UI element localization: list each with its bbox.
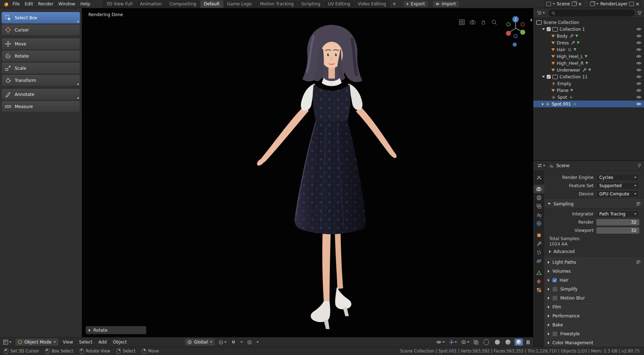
visibility-eye-icon[interactable] <box>636 28 641 31</box>
collection-checkbox[interactable] <box>547 75 551 79</box>
section-film[interactable]: Film <box>544 302 644 311</box>
properties-tab-object[interactable] <box>533 231 544 239</box>
navigation-gizmo[interactable]: Z <box>504 15 527 39</box>
section-freestyle[interactable]: Freestyle <box>544 329 644 338</box>
add-menu[interactable]: Add <box>97 340 108 345</box>
tool-annotate[interactable]: Annotate <box>1 88 80 100</box>
visibility-eye-icon[interactable] <box>636 102 641 106</box>
visibility-eye-icon[interactable] <box>636 82 641 85</box>
menu-window[interactable]: Window <box>56 0 78 8</box>
tool-measure[interactable]: Measure <box>1 101 80 112</box>
expand-arrow-icon[interactable] <box>542 28 545 30</box>
outliner-row-scene-collection[interactable]: Scene Collection <box>533 19 644 26</box>
section-hair[interactable]: Hair <box>544 276 644 285</box>
workspace-tab-scripting[interactable]: Scripting <box>298 0 324 8</box>
collection-checkbox[interactable] <box>547 27 551 31</box>
motion-blur-checkbox[interactable] <box>552 296 557 301</box>
render-samples-field[interactable]: 32 <box>596 219 639 225</box>
properties-tab-modifiers[interactable] <box>533 239 544 248</box>
editor-type-button[interactable] <box>2 339 13 346</box>
hair-checkbox[interactable] <box>552 278 557 282</box>
gizmo-x-axis[interactable] <box>506 31 511 36</box>
snap-target-selector[interactable] <box>239 339 244 346</box>
workspace-tab-video-editing[interactable]: Video Editing <box>354 0 390 8</box>
workspace-tab-motion-tracking[interactable]: Motion Tracking <box>256 0 297 8</box>
workspace-tab-animation[interactable]: Animation <box>136 0 165 8</box>
properties-tab-world[interactable] <box>533 219 544 228</box>
mode-selector[interactable]: Object Mode <box>15 338 59 346</box>
pause-render-button[interactable] <box>525 340 531 344</box>
new-scene-icon[interactable] <box>572 2 576 6</box>
outliner-row-underwear[interactable]: Underwear <box>533 67 644 73</box>
filter-funnel-icon[interactable] <box>637 11 642 15</box>
gizmo-x-neg-axis[interactable] <box>521 23 525 26</box>
section-volumes[interactable]: Volumes <box>544 267 644 276</box>
workspace-tab-compositing[interactable]: Compositing <box>166 0 200 8</box>
gizmo-y-neg-axis[interactable] <box>507 23 510 26</box>
presets-menu-icon[interactable] <box>636 260 641 264</box>
section-motion-blur[interactable]: Motion Blur <box>544 293 644 302</box>
properties-editor-type-button[interactable] <box>536 162 546 169</box>
section-light-paths[interactable]: Light Paths <box>544 258 644 267</box>
shading-material-button[interactable] <box>504 339 512 346</box>
outliner-row-plane[interactable]: Plane <box>533 87 644 94</box>
shading-wireframe-button[interactable] <box>482 338 491 346</box>
outliner-search-input[interactable] <box>557 10 632 16</box>
integrator-dropdown[interactable]: Path Tracing <box>596 210 639 218</box>
section-simplify[interactable]: Simplify <box>544 285 644 293</box>
camera-view-icon[interactable] <box>469 19 476 25</box>
tool-transform[interactable]: Transform <box>1 74 80 86</box>
outliner-row-collection-11[interactable]: Collection 11 <box>533 73 644 80</box>
blender-logo[interactable] <box>1 1 10 7</box>
visibility-eye-icon[interactable] <box>636 68 641 72</box>
outliner-row-high-heel-r[interactable]: High_Heel_R <box>533 60 644 67</box>
visibility-eye-icon[interactable] <box>636 34 641 38</box>
tool-scale[interactable]: Scale <box>1 62 80 74</box>
workspace-tab-default[interactable]: Default <box>200 0 223 8</box>
3d-viewport-canvas[interactable]: Rendering Done <box>82 8 533 337</box>
advanced-subpanel[interactable]: Advanced <box>544 248 644 256</box>
import-button[interactable]: Import <box>433 0 459 8</box>
visibility-eye-icon[interactable] <box>636 89 641 92</box>
section-color-management[interactable]: Color Management <box>544 338 644 347</box>
show-gizmo-toggle[interactable] <box>448 339 458 346</box>
outliner-row-collection-1[interactable]: Collection 1 <box>533 26 644 33</box>
visibility-dropdown[interactable] <box>435 339 446 346</box>
properties-tab-object-data[interactable] <box>533 268 544 277</box>
properties-tab-scene[interactable] <box>533 210 544 219</box>
properties-tab-physics[interactable] <box>533 257 544 265</box>
visibility-eye-icon[interactable] <box>636 96 641 99</box>
gizmo-z-neg-axis[interactable] <box>514 35 517 38</box>
visibility-eye-icon[interactable] <box>636 55 641 58</box>
zoom-magnifier-icon[interactable] <box>491 19 497 25</box>
unlink-scene-icon[interactable] <box>578 3 581 6</box>
menu-file[interactable]: File <box>10 0 22 8</box>
pin-icon[interactable] <box>637 163 641 168</box>
orientation-selector[interactable]: Global <box>185 338 215 346</box>
outliner-row-hair[interactable]: Hair <box>533 46 644 53</box>
remove-renderlayer-icon[interactable] <box>636 3 639 6</box>
viewport-samples-field[interactable]: 32 <box>596 227 639 234</box>
new-renderlayer-icon[interactable] <box>629 2 634 6</box>
tool-move[interactable]: Move <box>1 38 80 50</box>
pivot-point-selector[interactable] <box>218 339 228 346</box>
menu-edit[interactable]: Edit <box>22 0 35 8</box>
xray-toggle[interactable] <box>473 339 479 346</box>
freestyle-checkbox[interactable] <box>552 331 557 336</box>
properties-tab-output[interactable] <box>533 193 544 202</box>
gizmo-y-axis[interactable] <box>520 30 525 35</box>
simplify-checkbox[interactable] <box>552 287 557 292</box>
outliner-row-spot-001[interactable]: Spot.001 <box>533 101 644 107</box>
snap-toggle[interactable] <box>230 339 237 346</box>
visibility-eye-icon[interactable] <box>636 62 641 65</box>
section-sampling[interactable]: Sampling <box>544 199 644 208</box>
sidebar-collapse-arrow-icon[interactable] <box>530 18 532 22</box>
outliner-row-spot[interactable]: Spot <box>533 94 644 101</box>
workspace-tab-game-logic[interactable]: Game Logic <box>224 0 256 8</box>
grid-snap-icon[interactable] <box>459 19 465 25</box>
renderlayer-selector[interactable]: RenderLayer <box>588 0 641 8</box>
visibility-eye-icon[interactable] <box>636 41 641 44</box>
expand-arrow-icon[interactable] <box>542 76 545 78</box>
visibility-eye-icon[interactable] <box>636 48 641 51</box>
properties-tab-render[interactable] <box>533 185 544 193</box>
